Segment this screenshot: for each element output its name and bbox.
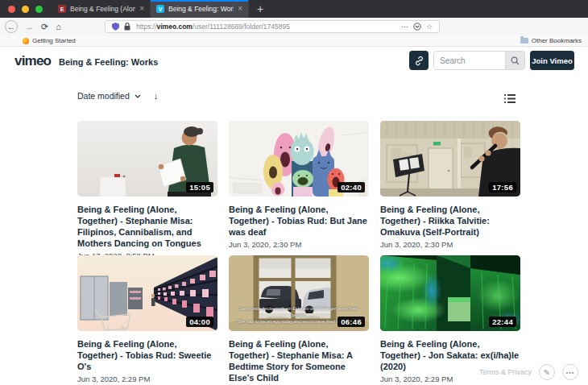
reload-button[interactable]: ⟳ — [41, 23, 48, 31]
tab1-favicon: E — [58, 5, 66, 13]
search-input[interactable] — [434, 52, 505, 69]
more-options-button[interactable]: ••• — [562, 364, 578, 380]
close-window-button[interactable] — [8, 6, 15, 13]
search-button[interactable] — [505, 52, 524, 69]
video-card[interactable]: 17:56 Being & Feeling (Alone, Together) … — [380, 121, 520, 255]
tab1-close-icon[interactable]: × — [139, 5, 144, 13]
video-thumbnail[interactable]: 17:56 — [380, 121, 520, 197]
new-tab-button[interactable]: + — [249, 0, 271, 18]
navigation-toolbar: ← → ⟳ ⌂ https://vimeo.com/user/111128669… — [0, 18, 588, 35]
sort-dropdown[interactable]: Date modified — [77, 91, 130, 101]
bookmark-label: Getting Started — [32, 37, 76, 44]
tab-bar: E Being & Feeling (Alone, Togeth × V Bei… — [0, 0, 588, 18]
video-thumbnail[interactable]: Sie musste heute noch ein Ei legen und h… — [229, 255, 369, 331]
minimize-window-button[interactable] — [22, 6, 29, 13]
url-protocol: https:// — [136, 23, 157, 31]
video-thumbnail[interactable]: 02:40 — [229, 121, 369, 197]
firefox-icon — [23, 38, 29, 44]
tracking-shield-icon[interactable] — [112, 23, 119, 31]
url-text[interactable]: https://vimeo.com/user/111128669/folder/… — [136, 23, 399, 31]
url-bar[interactable]: https://vimeo.com/user/111128669/folder/… — [105, 20, 440, 33]
page-actions-icon[interactable]: ⋯ — [401, 23, 408, 31]
video-title[interactable]: Being & Feeling (Alone, Together) - Step… — [77, 204, 217, 249]
video-duration-badge: 15:05 — [186, 182, 213, 192]
window-controls[interactable] — [0, 0, 52, 18]
video-thumbnail[interactable]: 04:00 — [77, 255, 217, 331]
video-duration-badge: 06:46 — [337, 317, 365, 327]
bookmark-getting-started[interactable]: Getting Started — [23, 37, 76, 44]
browser-window: E Being & Feeling (Alone, Togeth × V Bei… — [0, 0, 588, 385]
search-icon — [511, 56, 520, 65]
zoom-window-button[interactable] — [35, 6, 43, 13]
tab-being-feeling-works-active[interactable]: V Being & Feeling: Works on Vime × — [151, 0, 249, 18]
join-vimeo-button[interactable]: Join Vimeo — [530, 51, 574, 70]
video-duration-badge: 02:40 — [337, 182, 365, 192]
video-date: Jun 3, 2020, 2:29 PM — [77, 375, 217, 383]
bookmarks-bar: Getting Started Other Bookmarks — [0, 35, 588, 47]
vimeo-page: vimeo Being & Feeling: Works Join Vimeo … — [0, 47, 588, 385]
url-path: /user/111128669/folder/1745895 — [193, 23, 290, 31]
tab2-title: Being & Feeling: Works on Vime — [168, 5, 234, 13]
video-duration-badge: 04:00 — [186, 317, 213, 327]
vimeo-logo[interactable]: vimeo — [14, 53, 51, 69]
pocket-icon[interactable] — [413, 23, 421, 31]
page-title: Being & Feeling: Works — [59, 57, 158, 67]
bookmark-star-icon[interactable]: ☆ — [426, 23, 433, 31]
sort-direction-button[interactable]: ↓ — [154, 91, 159, 101]
video-title[interactable]: Being & Feeling (Alone, Together) - Step… — [229, 338, 369, 383]
video-grid: 15:05 Being & Feeling (Alone, Together) … — [77, 121, 520, 385]
video-duration-badge: 22:44 — [489, 317, 516, 327]
search-box — [433, 51, 525, 70]
tab-being-feeling-alone[interactable]: E Being & Feeling (Alone, Togeth × — [52, 0, 151, 18]
video-title[interactable]: Being & Feeling (Alone, Together) - Tobi… — [77, 338, 217, 372]
list-view-icon — [504, 94, 516, 103]
video-title[interactable]: Being & Feeling (Alone, Together) - Tobi… — [229, 204, 369, 238]
feedback-button[interactable]: ✎ — [539, 364, 555, 380]
video-date: Jun 3, 2020, 2:30 PM — [229, 240, 369, 249]
sort-controls: Date modified ↓ — [77, 91, 158, 101]
video-card[interactable]: Sie musste heute noch ein Ei legen und h… — [229, 255, 369, 385]
video-duration-badge: 17:56 — [489, 182, 516, 192]
tab1-title: Being & Feeling (Alone, Togeth — [70, 5, 135, 13]
terms-privacy-link[interactable]: Terms & Privacy — [479, 368, 532, 376]
video-title[interactable]: Being & Feeling (Alone, Together) - Riik… — [380, 204, 520, 238]
lock-icon — [124, 23, 130, 31]
page-footer: Terms & Privacy ✎ ••• — [479, 364, 578, 380]
home-button[interactable]: ⌂ — [56, 23, 61, 31]
tab2-favicon: V — [156, 5, 164, 13]
video-card[interactable]: 02:40 Being & Feeling (Alone, Together) … — [229, 121, 369, 255]
folder-icon — [520, 38, 528, 43]
tab2-close-icon[interactable]: × — [238, 5, 242, 13]
video-card[interactable]: 15:05 Being & Feeling (Alone, Together) … — [77, 121, 217, 255]
other-bookmarks[interactable]: Other Bookmarks — [520, 37, 582, 44]
link-icon — [414, 56, 424, 66]
list-view-button[interactable] — [504, 92, 516, 106]
video-card[interactable]: 04:00 Being & Feeling (Alone, Together) … — [77, 255, 217, 385]
forward-button[interactable]: → — [25, 23, 34, 31]
video-date: Jun 3, 2020, 2:30 PM — [380, 240, 520, 249]
chevron-down-icon[interactable] — [135, 94, 141, 98]
video-thumbnail[interactable]: 22:44 — [380, 255, 520, 331]
url-domain: vimeo.com — [157, 23, 193, 31]
video-thumbnail[interactable]: 15:05 — [77, 121, 217, 197]
other-bookmarks-label: Other Bookmarks — [532, 37, 582, 44]
back-button[interactable]: ← — [5, 20, 18, 33]
copy-link-button[interactable] — [409, 51, 429, 70]
